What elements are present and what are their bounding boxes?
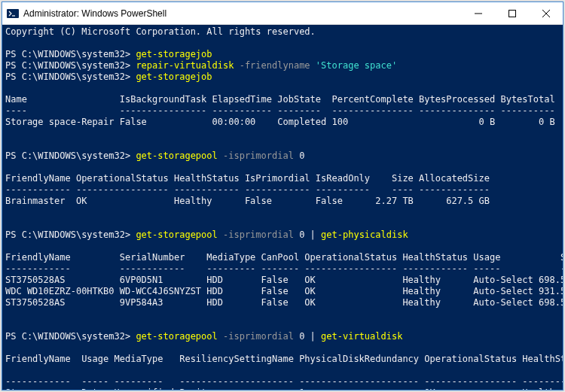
console-output[interactable]: Copyright (C) Microsoft Corporation. All… bbox=[2, 25, 563, 390]
cmd-line: PS C:\WINDOWS\system32> get-storagepool … bbox=[5, 150, 560, 162]
table-row: ST3750528AS 6VP0D5N1 HDD False OK Health… bbox=[5, 275, 560, 286]
minimize-button[interactable] bbox=[461, 2, 495, 24]
cmd-line: PS C:\WINDOWS\system32> get-storagejob bbox=[5, 71, 560, 83]
window-title: Administrator: Windows PowerShell bbox=[23, 8, 461, 19]
table-divider: ------------ ----------------- ---------… bbox=[5, 184, 560, 196]
table-header: FriendlyName SerialNumber MediaType CanP… bbox=[5, 252, 560, 263]
cmd-line: PS C:\WINDOWS\system32> get-storagepool … bbox=[5, 229, 560, 241]
table-header: FriendlyName Usage MediaType ResiliencyS… bbox=[5, 354, 560, 365]
table-row: Storage space-Repair False 00:00:00 Comp… bbox=[5, 117, 560, 128]
copyright-line: Copyright (C) Microsoft Corporation. All… bbox=[5, 26, 560, 38]
table-divider: ------------ ------------ --------- ----… bbox=[5, 263, 560, 275]
powershell-window: Administrator: Windows PowerShell Copyri… bbox=[2, 2, 563, 390]
table-header: FriendlyName OperationalStatus HealthSta… bbox=[5, 173, 560, 184]
close-button[interactable] bbox=[529, 2, 563, 24]
table-header: ach bbox=[5, 365, 560, 376]
powershell-icon bbox=[7, 8, 19, 20]
titlebar[interactable]: Administrator: Windows PowerShell bbox=[2, 2, 563, 25]
maximize-button[interactable] bbox=[495, 2, 529, 24]
table-row: ST3750528AS 9VP584A3 HDD False OK Health… bbox=[5, 297, 560, 308]
cmd-line: PS C:\WINDOWS\system32> get-storagejob bbox=[5, 49, 560, 60]
window-controls bbox=[461, 2, 563, 24]
table-row: Storage space Data Unspecified Parity 1 … bbox=[5, 387, 560, 390]
table-divider: ---- ---------------- ----------- ------… bbox=[5, 105, 560, 117]
table-divider: ------------ ----- --------- -----------… bbox=[5, 376, 560, 387]
cmd-line: PS C:\WINDOWS\system32> get-storagepool … bbox=[5, 331, 560, 342]
svg-rect-3 bbox=[508, 10, 515, 17]
cmd-line: PS C:\WINDOWS\system32> repair-virtualdi… bbox=[5, 60, 560, 71]
svg-rect-0 bbox=[7, 9, 19, 18]
table-row: WDC WD10EZRZ-00HTKB0 WD-WCC4J6SNYZST HDD… bbox=[5, 286, 560, 297]
table-row: Brainmaster OK Healthy False False 2.27 … bbox=[5, 196, 560, 207]
table-header: Name IsBackgroundTask ElapsedTime JobSta… bbox=[5, 94, 560, 105]
